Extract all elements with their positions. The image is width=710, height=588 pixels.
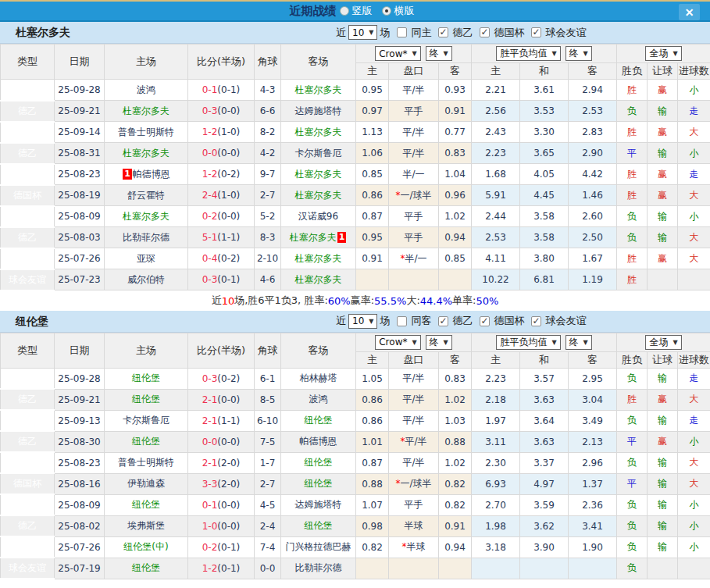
near-label: 近 — [336, 314, 346, 328]
team-name[interactable]: 波鸿 — [137, 84, 155, 95]
result-wdl: 负 — [617, 101, 648, 122]
sub-header-odds-away: 客 — [439, 63, 472, 80]
team-name[interactable]: 纽伦堡 — [132, 562, 160, 573]
mean-home-odds: 2.43 — [472, 122, 520, 143]
match-count-select[interactable]: 10▼ — [348, 25, 377, 40]
halftime-score: (0-0) — [217, 148, 240, 159]
mean-time-select[interactable]: 终▼ — [566, 46, 592, 61]
home-team-cell: 波鸿 — [105, 80, 188, 101]
league-cup-label: 德国杯 — [494, 26, 524, 40]
result-handicap: 赢 — [648, 164, 678, 185]
team-name[interactable]: 帕德博恩 — [300, 436, 337, 447]
away-team-cell: 门兴格拉德巴赫 — [281, 536, 356, 558]
team-name[interactable]: 纽伦堡 — [305, 415, 333, 426]
team-name[interactable]: 纽伦堡 — [132, 499, 160, 510]
team-name[interactable]: 舒云霍特 — [127, 190, 165, 201]
score-cell: 1-2(0-2) — [188, 164, 255, 185]
close-button[interactable]: ✕ — [679, 4, 700, 20]
team-name[interactable]: 帕德博恩 — [133, 169, 170, 180]
team-name[interactable]: 杜塞尔多夫 — [295, 190, 342, 201]
result-handicap: 输 — [648, 515, 678, 536]
team-name[interactable]: 伊勒迪森 — [127, 478, 165, 489]
score-cell: 0-4(0-2) — [188, 248, 255, 269]
match-count-select[interactable]: 10▼ — [348, 314, 377, 329]
team-name[interactable]: 比勒菲尔德 — [295, 562, 342, 573]
odds-time-select[interactable]: 终▼ — [426, 46, 452, 61]
mean-time-select[interactable]: 终▼ — [566, 335, 592, 350]
match-row: 德乙25-09-13卡尔斯鲁厄2-1(1-1)6-10纽伦堡0.86平/半1.0… — [1, 410, 710, 431]
handicap-away-odds: 1.04 — [439, 164, 472, 185]
result-goals: 大 — [678, 185, 710, 206]
team-name[interactable]: 杜塞尔多夫 — [123, 148, 169, 159]
handicap-line: 平/半 — [389, 143, 439, 164]
league-l2-checkbox[interactable] — [438, 27, 448, 37]
same-venue-checkbox[interactable] — [397, 316, 407, 326]
team-name[interactable]: 杜塞尔多夫 — [295, 253, 342, 264]
home-team-cell: 纽伦堡(中) — [105, 536, 188, 558]
vertical-layout-radio[interactable] — [340, 6, 349, 16]
result-handicap — [648, 558, 678, 579]
league-l2-checkbox[interactable] — [438, 316, 448, 326]
team-name[interactable]: 杜塞尔多夫 — [295, 274, 342, 285]
home-team-cell: 普鲁士明斯特 — [105, 452, 188, 473]
handicap-line: *一/球半 — [389, 185, 439, 206]
mean-home-odds — [472, 558, 520, 579]
team-name[interactable]: 纽伦堡 — [305, 457, 333, 468]
odds-source-select[interactable]: Crow*▼ — [375, 335, 420, 350]
league-cup-checkbox[interactable] — [480, 27, 490, 37]
team-name[interactable]: 达姆施塔特 — [295, 499, 342, 510]
team-name[interactable]: 纽伦堡(中) — [123, 541, 168, 552]
team-name[interactable]: 普鲁士明斯特 — [118, 127, 174, 137]
col-header-type: 类型 — [1, 45, 55, 80]
team-name[interactable]: 埃弗斯堡 — [127, 520, 165, 531]
odds-time-select[interactable]: 终▼ — [426, 335, 452, 350]
team-name[interactable]: 汉诺威96 — [298, 211, 338, 222]
summary-line: 近10场,胜6平1负3, 胜率:60% 赢率:55.5% 大:44.4% 单率:… — [0, 291, 710, 311]
score-cell: 2-1(2-0) — [188, 452, 255, 473]
team-name[interactable]: 普鲁士明斯特 — [118, 457, 174, 468]
odds-source-select[interactable]: Crow*▼ — [375, 46, 420, 61]
halftime-score: (0-2) — [217, 169, 240, 180]
team-name[interactable]: 杜塞尔多夫 — [295, 127, 342, 137]
team-name[interactable]: 杜塞尔多夫 — [295, 169, 342, 180]
handicap-away-odds — [439, 269, 472, 290]
match-row: 德乙25-08-23普鲁士明斯特2-1(2-0)1-7纽伦堡0.87平/半1.0… — [1, 452, 710, 473]
team-name[interactable]: 柏林赫塔 — [300, 372, 337, 383]
horizontal-layout-radio[interactable] — [382, 6, 391, 16]
mean-source-select[interactable]: 胜平负均值▼ — [496, 46, 560, 61]
team-name[interactable]: 纽伦堡 — [132, 436, 160, 447]
scope-select[interactable]: 全场▼ — [645, 335, 681, 350]
match-row: 德乙25-08-03比勒菲尔德5-1(1-1)8-3杜塞尔多夫10.95平手0.… — [1, 227, 710, 248]
team-name[interactable]: 比勒菲尔德 — [123, 232, 169, 243]
team-name[interactable]: 门兴格拉德巴赫 — [286, 541, 351, 552]
team-name[interactable]: 纽伦堡 — [305, 478, 333, 489]
match-row: 球会友谊25-07-26纽伦堡(中)0-2(0-1)7-4门兴格拉德巴赫0.82… — [1, 536, 710, 558]
league-friendly-checkbox[interactable] — [531, 27, 541, 37]
match-row: 球会友谊25-07-19纽伦堡1-2(0-1)0-0比勒菲尔德负 — [1, 558, 710, 579]
team-name[interactable]: 杜塞尔多夫 — [123, 105, 169, 116]
team-name[interactable]: 纽伦堡 — [305, 520, 333, 531]
handicap-home-odds: 1.06 — [356, 143, 389, 164]
mean-home-odds: 2.70 — [472, 494, 520, 515]
team-name[interactable]: 卡尔斯鲁厄 — [295, 148, 342, 159]
team-name[interactable]: 杜塞尔多夫 — [290, 232, 337, 243]
team-name[interactable]: 亚琛 — [137, 253, 155, 264]
league-cup-checkbox[interactable] — [480, 316, 490, 326]
mean-selects-cell: 胜平负均值▼ 终▼ — [472, 45, 617, 63]
same-venue-checkbox[interactable] — [397, 27, 407, 37]
team-name[interactable]: 威尔伯特 — [127, 274, 165, 285]
away-team-cell: 纽伦堡 — [281, 473, 356, 494]
league-friendly-checkbox[interactable] — [531, 316, 541, 326]
team-name[interactable]: 卡尔斯鲁厄 — [123, 415, 169, 426]
team-name[interactable]: 纽伦堡 — [132, 394, 160, 404]
team-name[interactable]: 纽伦堡 — [132, 372, 160, 383]
team-name[interactable]: 达姆施塔特 — [295, 105, 342, 116]
scope-select[interactable]: 全场▼ — [645, 46, 681, 61]
col-header-score: 比分(半场) — [188, 45, 255, 80]
corner-score: 4-6 — [255, 269, 281, 290]
home-team-cell: 卡尔斯鲁厄 — [105, 410, 188, 431]
team-name[interactable]: 波鸿 — [309, 394, 328, 404]
mean-source-select[interactable]: 胜平负均值▼ — [496, 335, 560, 350]
team-name[interactable]: 杜塞尔多夫 — [123, 211, 169, 222]
team-name[interactable]: 杜塞尔多夫 — [295, 84, 342, 95]
